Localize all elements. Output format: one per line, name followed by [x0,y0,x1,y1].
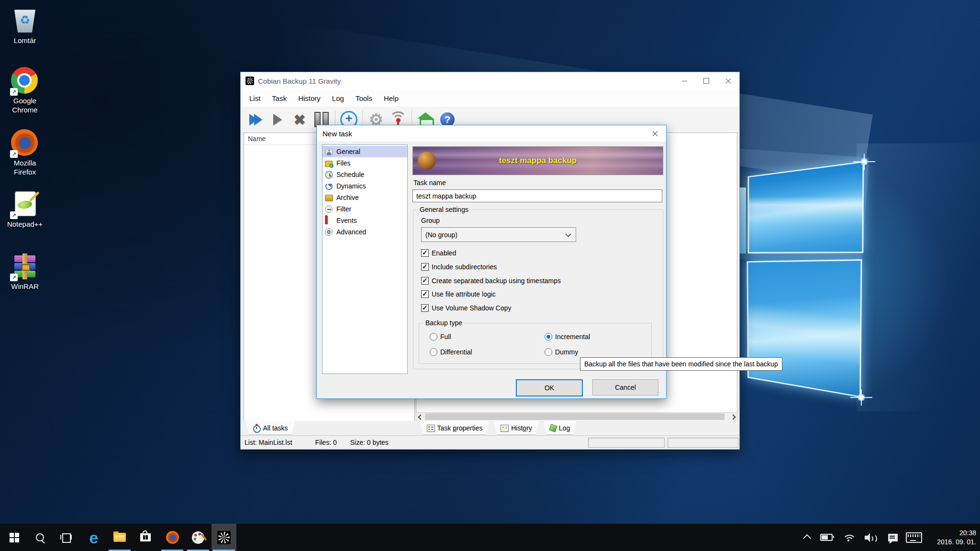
cobian-backup-icon [217,531,231,544]
radio-incremental[interactable]: Incremental [545,333,590,341]
ok-button[interactable]: OK [516,379,583,397]
shortcut-arrow-icon: ↗ [10,211,18,219]
group-dropdown[interactable]: (No group) [421,227,576,242]
run-task-button[interactable] [267,109,289,131]
checkbox-label: Create separated backup using timestamps [432,277,561,285]
dialog-nav-list: General Files Schedule Dynamics Archive … [322,144,408,374]
radio-label: Full [440,333,451,341]
tab-task-properties[interactable]: Task properties [420,421,490,435]
desktop-icon-recycle-bin[interactable]: Lomtár [0,7,50,45]
checkbox-label: Include subdirectories [432,263,497,271]
nav-item-schedule[interactable]: Schedule [323,169,407,180]
group-label: Group [421,217,440,224]
nav-label: Filter [336,205,351,213]
nav-item-dynamics[interactable]: Dynamics [323,180,407,192]
radio-icon [430,333,437,341]
nav-label: General [336,148,360,155]
taskbar-item-firefox[interactable] [160,524,185,551]
clock-date: 2016. 09. 01. [937,538,976,547]
close-button[interactable] [717,72,739,89]
dialog-close-button[interactable] [644,125,666,142]
checkbox-enabled[interactable]: Enabled [421,249,456,257]
taskbar-item-cobian-backup[interactable] [212,524,236,551]
history-icon [501,425,509,432]
abort-button[interactable]: ✖ [289,109,311,131]
radio-label: Dummy [555,348,578,356]
checkbox-file-attribute-logic[interactable]: Use file attribute logic [421,290,496,298]
checkbox-include-subdirectories[interactable]: Include subdirectories [421,263,497,271]
nav-label: Advanced [336,228,366,236]
nav-item-general[interactable]: General [323,146,407,157]
desktop-icon-notepad-plus-plus[interactable]: ↗ Notepad++ [0,190,50,229]
status-files: Files: 0 [315,439,337,446]
tab-label: History [511,424,532,432]
taskbar-item-paint[interactable] [186,524,211,551]
nav-label: Archive [336,194,359,201]
minimize-button[interactable] [673,72,695,89]
start-button[interactable] [2,524,27,551]
taskbar-clock[interactable]: 20:38 2016. 09. 01. [937,524,976,551]
scroll-right-arrow[interactable] [729,413,737,421]
banner-title: teszt mappa backup [499,156,577,165]
advanced-gear-icon [325,228,333,236]
desktop-icon-mozilla-firefox[interactable]: ↗ Mozilla Firefox [0,129,50,177]
wifi-icon [842,533,855,542]
menu-log[interactable]: Log [326,91,350,106]
radio-full[interactable]: Full [430,333,451,341]
tray-wifi[interactable] [840,524,857,551]
tab-log[interactable]: Log [543,421,577,435]
menu-task[interactable]: Task [266,91,292,106]
tray-expand-button[interactable] [802,524,813,551]
status-panel [668,438,738,448]
checkbox-label: Use Volume Shadow Copy [432,304,512,312]
search-icon [35,532,45,543]
taskbar-item-edge[interactable]: e [81,524,106,551]
nav-item-advanced[interactable]: Advanced [323,226,407,238]
nav-item-events[interactable]: Events [323,215,407,226]
menu-list[interactable]: List [244,91,266,106]
run-all-tasks-button[interactable] [245,109,267,131]
tab-history[interactable]: History [493,421,539,435]
cancel-button[interactable]: Cancel [592,379,658,396]
tab-all-tasks[interactable]: All tasks [245,421,295,435]
winrar-icon: ↗ [11,253,39,280]
radio-differential[interactable]: Differential [430,348,472,356]
tray-action-center[interactable] [885,524,901,551]
tray-battery[interactable] [818,524,835,551]
windows-logo-icon [10,533,19,542]
taskbar-item-file-explorer[interactable] [107,524,132,551]
checkbox-icon [421,277,429,285]
search-button[interactable] [28,524,53,551]
scrollbar-thumb[interactable] [425,413,724,420]
tray-touch-keyboard[interactable] [904,524,924,551]
title-bar[interactable]: Cobian Backup 11 Gravity [241,72,739,89]
radio-dummy[interactable]: Dummy [545,348,578,356]
dialog-title: New task [323,130,352,138]
chevron-down-icon [565,231,571,237]
group-legend: General settings [418,206,470,213]
dialog-title-bar[interactable]: New task [317,125,666,142]
nav-item-files[interactable]: Files [323,157,407,169]
menu-help[interactable]: Help [378,91,404,106]
horizontal-scrollbar[interactable] [416,412,737,422]
firefox-icon [166,531,179,544]
tray-volume[interactable] [862,524,880,551]
edge-icon: e [89,529,99,546]
task-view-button[interactable] [54,524,78,551]
desktop-icon-winrar[interactable]: ↗ WinRAR [0,253,50,291]
checkbox-separated-backup-timestamps[interactable]: Create separated backup using timestamps [421,277,561,285]
general-icon [325,148,333,156]
taskbar-item-store[interactable] [133,524,158,551]
checkbox-volume-shadow-copy[interactable]: Use Volume Shadow Copy [421,304,512,312]
maximize-button[interactable] [695,72,717,89]
menu-tools[interactable]: Tools [350,91,378,106]
firefox-icon: ↗ [11,129,39,157]
nav-item-filter[interactable]: Filter [323,203,407,215]
task-name-input[interactable] [412,189,662,202]
menu-history[interactable]: History [292,91,326,106]
nav-item-archive[interactable]: Archive [323,192,407,203]
desktop-icon-google-chrome[interactable]: ↗ Google Chrome [0,67,50,115]
dynamics-cycle-icon [325,183,333,190]
scroll-left-arrow[interactable] [416,413,424,421]
alarm-clock-icon [253,424,260,432]
